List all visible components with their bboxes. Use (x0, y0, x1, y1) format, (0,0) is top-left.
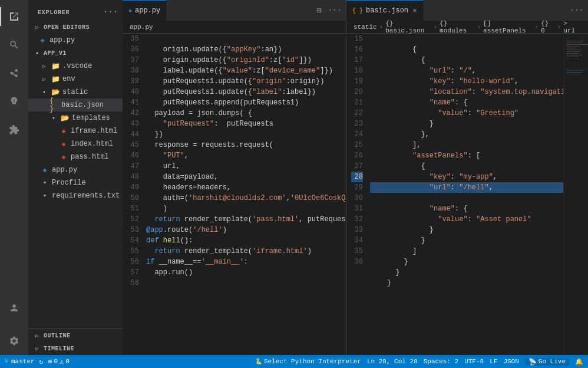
open-editors-label: OPEN EDITORS (44, 24, 90, 31)
right-tab-bar: { } basic.json × ··· (346, 0, 588, 21)
sidebar-item-pass-html[interactable]: ◈ pass.html (28, 150, 123, 163)
svg-rect-8 (566, 55, 583, 55)
breadcrumb-app-py: app.py (130, 24, 153, 31)
sidebar-item-env[interactable]: ▷ 📁 env (28, 73, 123, 86)
svg-rect-7 (566, 53, 578, 54)
sidebar-section-timeline[interactable]: ▷ TIMELINE (28, 342, 123, 355)
status-notifications[interactable]: 🔔 (575, 358, 583, 366)
status-errors[interactable]: ⊗ 0 ⚠ 0 (48, 357, 70, 366)
activity-item-search[interactable] (0, 31, 28, 59)
activity-item-extensions[interactable] (0, 116, 28, 144)
status-sync[interactable]: ↻ (39, 358, 44, 366)
status-bar: ⑂ master ↻ ⊗ 0 ⚠ 0 🐍 Select Python Inter… (0, 355, 588, 368)
right-more-icon[interactable]: ··· (570, 4, 583, 17)
sidebar-item-app-py[interactable]: ◆ app.py (28, 163, 123, 176)
svg-rect-4 (566, 48, 577, 48)
sidebar-item-procfile[interactable]: ▪ Procfile (28, 176, 123, 189)
status-encoding[interactable]: UTF-8 (464, 358, 484, 365)
left-code-content: origin.update({"appKey":an}) origin.upda… (144, 34, 346, 355)
sidebar-label-env: env (62, 75, 75, 83)
sidebar-label-static: static (62, 88, 88, 96)
timeline-arrow: ▷ (33, 344, 41, 353)
sidebar-label-iframe-html: iframe.html (71, 127, 117, 135)
txt-file-icon-procfile: ▪ (40, 178, 49, 188)
sidebar-label-templates: templates (72, 114, 110, 122)
sidebar-item-index-html[interactable]: ◈ index.html (28, 137, 123, 150)
app-v1-label: APP_V1 (44, 50, 67, 57)
py-file-icon: ◆ (40, 165, 49, 175)
json-tab-icon: { } (352, 8, 363, 14)
status-ln-col[interactable]: Ln 28, Col 28 (367, 358, 418, 365)
broadcast-icon: 📡 (528, 358, 537, 366)
folder-arrow-templates: ▾ (49, 114, 58, 122)
encoding-label: UTF-8 (464, 358, 484, 365)
py-icon: ◆ (128, 7, 132, 14)
activity-item-settings[interactable] (0, 327, 28, 355)
status-line-ending[interactable]: LF (490, 358, 497, 365)
sidebar-item-templates[interactable]: ▾ 📂 templates (28, 111, 123, 124)
sidebar-item-app-py-open[interactable]: ◆ app.py (28, 34, 123, 47)
left-line-numbers: 3536373839 4041424344 4546474849 5051525… (123, 34, 144, 355)
svg-rect-9 (566, 57, 579, 57)
right-code-content: { { "url": "/", "key": "hello-world", "l… (368, 34, 563, 355)
right-editor-inner: 1516171819 2021222324 252627 28 29303132… (346, 34, 588, 355)
error-icon: ⊗ (48, 357, 52, 366)
sidebar-item-basic-json[interactable]: { } basic.json (28, 98, 123, 111)
right-code-editor[interactable]: 1516171819 2021222324 252627 28 29303132… (346, 34, 563, 355)
tab-close-basic-json[interactable]: × (412, 6, 417, 15)
svg-rect-0 (566, 41, 584, 41)
breadcrumb-0: {} 0 (541, 20, 555, 34)
right-breadcrumb: static › {} basic.json › {} modules › []… (346, 21, 588, 34)
svg-rect-6 (566, 51, 580, 52)
editor-area: ◆ app.py ⊟ ··· app.py 3536373839 4041424… (123, 0, 588, 355)
sidebar-item-requirements[interactable]: ▪ requirements.txt (28, 189, 123, 202)
left-code-editor[interactable]: 3536373839 4041424344 4546474849 5051525… (123, 34, 346, 355)
activity-item-explorer[interactable] (0, 2, 28, 31)
git-branch-icon: ⑂ (5, 358, 9, 365)
status-language[interactable]: JSON (503, 358, 518, 365)
activity-item-debug[interactable] (0, 87, 28, 116)
right-editor-pane: { } basic.json × ··· static › {} basic.j… (346, 0, 588, 355)
folder-arrow-env: ▷ (40, 75, 48, 83)
activity-bar (0, 0, 28, 355)
sidebar-label-app-py: app.py (52, 166, 77, 174)
tab-basic-json[interactable]: { } basic.json × (346, 0, 424, 21)
left-breadcrumb: app.py (123, 21, 346, 34)
sidebar-label-index-html: index.html (71, 140, 113, 148)
sidebar-label-requirements: requirements.txt (52, 192, 120, 200)
activity-item-git[interactable] (0, 59, 28, 87)
sidebar-item-static[interactable]: ▾ 📂 static (28, 86, 123, 98)
sidebar-item-iframe-html[interactable]: ◈ iframe.html (28, 124, 123, 137)
language-label: JSON (503, 358, 518, 365)
sidebar-label-procfile: Procfile (52, 179, 86, 187)
sidebar-item-vscode[interactable]: ▷ 📁 .vscode (28, 60, 123, 73)
sidebar-section-app-v1[interactable]: ▾ APP_V1 (28, 47, 123, 60)
tab-label-app-py: app.py (135, 6, 160, 15)
sidebar-more-icon[interactable]: ··· (103, 7, 118, 17)
folder-arrow-vscode: ▷ (40, 62, 48, 70)
tab-app-py[interactable]: ◆ app.py (123, 0, 167, 21)
json-file-icon: { } (49, 100, 59, 110)
status-python[interactable]: 🐍 Select Python Interpreter (255, 358, 361, 365)
activity-item-accounts[interactable] (0, 294, 28, 322)
go-live-label: Go Live (539, 358, 566, 365)
status-right: 🐍 Select Python Interpreter Ln 28, Col 2… (255, 358, 583, 366)
status-git-branch[interactable]: ⑂ master (5, 358, 35, 365)
folder-icon-env: 📁 (51, 74, 60, 84)
breadcrumb-assetpanels: [] assetPanels (483, 20, 532, 34)
timeline-label: TIMELINE (44, 346, 74, 352)
sidebar-label-basic-json: basic.json (61, 101, 104, 109)
sidebar-section-outline[interactable]: ▷ OUTLINE (28, 329, 123, 342)
tab-label-basic-json: basic.json (366, 6, 408, 15)
sidebar-section-open-editors[interactable]: ▷ OPEN EDITORS (28, 21, 123, 34)
status-spaces[interactable]: Spaces: 2 (424, 358, 458, 365)
sidebar-label-app-py: app.py (49, 36, 75, 44)
sidebar-label-pass-html: pass.html (71, 153, 109, 161)
warning-icon: ⚠ (60, 357, 64, 366)
sidebar-title: EXPLORER (33, 5, 74, 18)
svg-rect-3 (566, 46, 579, 47)
more-actions-icon[interactable]: ··· (328, 4, 341, 17)
status-go-live[interactable]: 📡 Go Live (525, 358, 569, 366)
split-editor-icon[interactable]: ⊟ (313, 4, 326, 17)
chevron-down-icon: ▾ (33, 49, 41, 57)
